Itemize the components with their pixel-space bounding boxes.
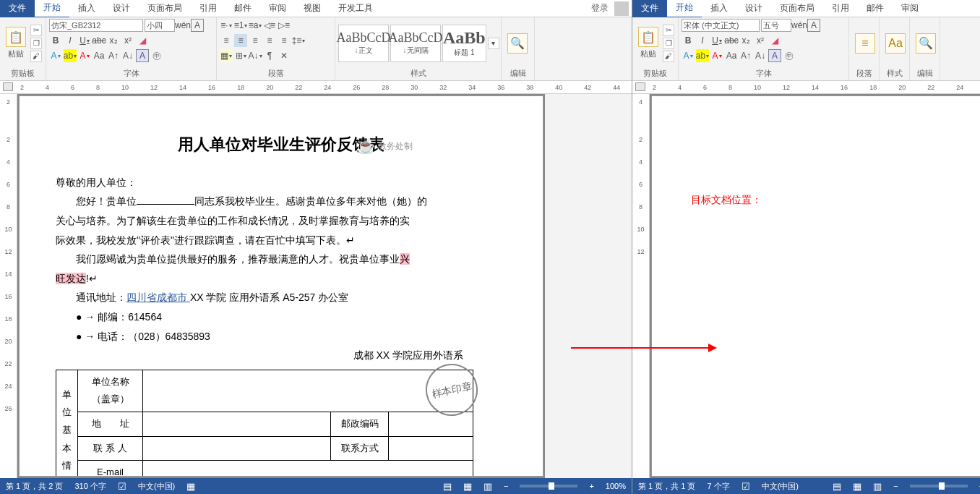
address-link[interactable]: 四川省成都市 [126, 291, 190, 303]
tab-file-r[interactable]: 文件 [632, 0, 667, 17]
tab-review-r[interactable]: 审阅 [893, 0, 927, 17]
tab-home-r[interactable]: 开始 [667, 0, 702, 18]
tab-mail[interactable]: 邮件 [225, 0, 260, 17]
italic-button-r[interactable]: I [696, 34, 709, 47]
font-name-select[interactable]: 仿宋_GB2312 [49, 19, 143, 32]
cut-button[interactable]: ✂ [30, 25, 42, 36]
bold-button[interactable]: B [49, 34, 62, 47]
printlayout-button-r[interactable]: ▦ [853, 481, 861, 492]
stylemore-button[interactable]: ▾ [488, 38, 499, 49]
strike-button[interactable]: abc [93, 34, 106, 47]
changecase-button[interactable]: Aa [93, 49, 106, 62]
growfont-button[interactable]: A↑ [107, 49, 120, 62]
alignleft-button[interactable]: ≡ [220, 34, 233, 47]
phonetic-icon[interactable]: wén [176, 19, 189, 32]
superscript-button[interactable]: x² [121, 34, 134, 47]
zoom-in[interactable]: + [589, 482, 593, 490]
find-button[interactable]: 🔍 [504, 19, 530, 67]
tab-design-r[interactable]: 设计 [736, 0, 771, 17]
horizontal-ruler[interactable]: 2468101214161820222426283032343638404244… [0, 81, 632, 94]
copy-button[interactable]: ❐ [30, 38, 42, 49]
proof-icon[interactable]: ☑ [118, 481, 126, 492]
aligncenter-button[interactable]: ≡ [234, 34, 247, 47]
tab-ref[interactable]: 引用 [191, 0, 225, 17]
copy-button-r[interactable]: ❐ [663, 38, 674, 49]
style-nospacing[interactable]: AaBbCcD↓无间隔 [390, 25, 441, 62]
printlayout-button[interactable]: ▦ [463, 481, 472, 492]
strike-button-r[interactable]: abc [725, 34, 738, 47]
asianlayout-button[interactable]: ✕ [278, 49, 291, 62]
tab-mail-r[interactable]: 邮件 [858, 0, 893, 17]
find-button-r[interactable]: 🔍 [913, 19, 939, 67]
tab-ref-r[interactable]: 引用 [823, 0, 858, 17]
vertical-ruler-r[interactable]: 424681012 [632, 94, 650, 478]
document-page[interactable]: 教务处制 用人单位对毕业生评价反馈表 尊敬的用人单位： 您好！贵单位同志系我校毕… [19, 95, 543, 477]
proof-icon-r[interactable]: ☑ [742, 481, 750, 492]
zoom-slider-r[interactable] [910, 485, 968, 487]
language[interactable]: 中文(中国) [138, 481, 175, 492]
clearfmt-button[interactable]: ◢ [136, 34, 149, 47]
enclosechars-button-r[interactable]: ㊥ [783, 49, 796, 62]
shrinkfont-button-r[interactable]: A↓ [754, 49, 767, 62]
tab-layout[interactable]: 页面布局 [139, 0, 191, 17]
font-name-select-r[interactable]: 宋体 (中文正文) [682, 19, 760, 32]
page-status-r[interactable]: 第 1 页，共 1 页 [638, 481, 695, 492]
tab-home[interactable]: 开始 [35, 0, 69, 18]
texteffect-button[interactable]: A [49, 49, 62, 62]
paste-button[interactable]: 📋 粘贴 [3, 19, 29, 67]
sort-button[interactable]: A↓ [249, 49, 262, 62]
decindent-button[interactable]: ◁≡ [263, 19, 276, 32]
readmode-button[interactable]: ▤ [443, 481, 452, 492]
cut-button-r[interactable]: ✂ [663, 25, 674, 36]
zoom-out[interactable]: − [504, 482, 508, 490]
vertical-ruler[interactable]: 22468101214161820222426 [0, 94, 17, 478]
ruler-corner-r[interactable] [635, 82, 645, 91]
readmode-button-r[interactable]: ▤ [833, 481, 841, 492]
growfont-button-r[interactable]: A↑ [739, 49, 752, 62]
para-button-r[interactable]: ≡ [852, 19, 878, 67]
underline-button[interactable]: U [78, 34, 91, 47]
fontcolor-button[interactable]: A [78, 49, 91, 62]
tab-file[interactable]: 文件 [0, 0, 35, 17]
avatar[interactable] [614, 1, 629, 16]
tab-insert-r[interactable]: 插入 [702, 0, 736, 17]
shrinkfont-button[interactable]: A↓ [121, 49, 134, 62]
weblayout-button[interactable]: ▥ [483, 481, 492, 492]
changecase-button-r[interactable]: Aa [725, 49, 738, 62]
weblayout-button-r[interactable]: ▥ [873, 481, 882, 492]
borders-button[interactable]: ⊞ [234, 49, 247, 62]
fmtpaint-button-r[interactable]: 🖌 [663, 51, 674, 62]
document-page-r[interactable]: 目标文档位置： [651, 95, 980, 477]
style-button-r[interactable]: Aa [882, 19, 908, 67]
tab-dev[interactable]: 开发工具 [330, 0, 382, 17]
tab-view[interactable]: 视图 [295, 0, 330, 17]
enclosechars-button[interactable]: ㊥ [150, 49, 163, 62]
showmarks-button[interactable]: ¶ [263, 49, 276, 62]
zoom-out-r[interactable]: − [893, 482, 898, 490]
font-size-select-r[interactable]: 五号 [761, 19, 791, 32]
tab-insert[interactable]: 插入 [69, 0, 104, 17]
fontcolor-button-r[interactable]: A [710, 49, 723, 62]
style-heading1[interactable]: AaBb标题 1 [442, 25, 486, 62]
wordcount-r[interactable]: 7 个字 [707, 481, 729, 492]
texteffect-button-r[interactable]: A [682, 49, 695, 62]
subscript-button-r[interactable]: x₂ [739, 34, 752, 47]
horizontal-ruler-r[interactable]: 246810121416182022242628 [632, 81, 980, 94]
font-size-select[interactable]: 小四 [145, 19, 175, 32]
clearfmt-button-r[interactable]: ◢ [768, 34, 781, 47]
multilist-button[interactable]: ≡a [249, 19, 262, 32]
superscript-button-r[interactable]: x² [754, 34, 767, 47]
justify-button[interactable]: ≡ [263, 34, 276, 47]
charborder-button-r[interactable]: A [807, 19, 820, 32]
style-normal[interactable]: AaBbCcD↓正文 [338, 25, 389, 62]
highlight-button[interactable]: ab [64, 49, 77, 62]
charborder-button[interactable]: A [191, 19, 204, 32]
zoom-slider[interactable] [520, 485, 577, 487]
tab-review[interactable]: 审阅 [260, 0, 295, 17]
incindent-button[interactable]: ▷≡ [278, 19, 291, 32]
highlight-button-r[interactable]: ab [696, 49, 709, 62]
numbering-button[interactable]: ≡1 [234, 19, 247, 32]
shading-button[interactable]: ▦ [220, 49, 233, 62]
page-status[interactable]: 第 1 页，共 2 页 [6, 481, 63, 492]
linespacing-button[interactable]: ‡≡ [292, 34, 305, 47]
